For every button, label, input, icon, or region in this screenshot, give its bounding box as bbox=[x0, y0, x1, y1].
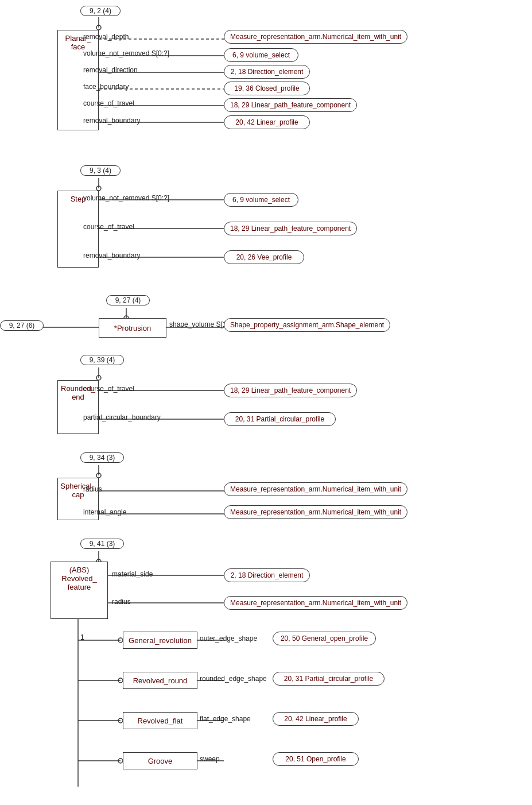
attr-outer-edge-shape: outer_edge_shape bbox=[200, 634, 257, 643]
attr-face-boundary: face_boundary bbox=[83, 83, 129, 91]
revolved-round-label: Revolved_round bbox=[133, 676, 188, 685]
revolved-feature-box: (ABS) Revolved_feature bbox=[51, 562, 108, 619]
svg-point-1 bbox=[96, 25, 101, 30]
attr-removal-boundary-2: removal_boundary bbox=[83, 251, 140, 260]
target-partial-circular-profile-1: 20, 31 Partial_circular_profile bbox=[224, 412, 336, 426]
revolved-feature-label: (ABS) Revolved_feature bbox=[55, 566, 104, 591]
target-partial-circular-profile-2: 20, 31 Partial_circular_profile bbox=[273, 672, 385, 686]
groove-label: Groove bbox=[148, 757, 173, 765]
attr-course-of-travel-1: course_of_travel bbox=[83, 99, 134, 107]
attr-course-of-travel-3: course_of_travel bbox=[83, 385, 134, 393]
svg-point-11 bbox=[96, 186, 101, 191]
target-vee-profile: 20, 26 Vee_profile bbox=[224, 250, 304, 264]
attr-volume-not-removed-2: volume_not_removed S[0:?] bbox=[83, 194, 169, 202]
attr-removal-boundary-1: removal_boundary bbox=[83, 117, 140, 125]
target-volume-select-2: 6, 9 volume_select bbox=[224, 193, 298, 207]
attr-material-side: material_side bbox=[112, 570, 153, 578]
target-linear-profile-1: 20, 42 Linear_profile bbox=[224, 115, 310, 129]
target-volume-select-1: 6, 9 volume_select bbox=[224, 48, 298, 62]
protrusion-box: *Protrusion bbox=[99, 318, 166, 338]
attr-radius-1: radius bbox=[83, 485, 102, 493]
target-linear-profile-2: 20, 42 Linear_profile bbox=[273, 712, 359, 726]
attr-rounded-edge-shape: rounded_edge_shape bbox=[200, 675, 267, 683]
attr-removal-direction-1: removal_direction bbox=[83, 66, 138, 74]
target-shape-element: Shape_property_assignment_arm.Shape_elem… bbox=[224, 318, 390, 332]
target-numerical-2: Measure_representation_arm.Numerical_ite… bbox=[224, 482, 407, 496]
rounded-end-badge: 9, 39 (4) bbox=[80, 355, 124, 365]
svg-point-26 bbox=[96, 473, 101, 478]
target-direction-1: 2, 18 Direction_element bbox=[224, 65, 310, 79]
target-linear-path-3: 18, 29 Linear_path_feature_component bbox=[224, 384, 357, 397]
attr-partial-circular-boundary: partial_circular_boundary bbox=[83, 413, 161, 421]
revolved-flat-box: Revolved_flat bbox=[123, 712, 197, 729]
groove-box: Groove bbox=[123, 752, 197, 769]
diagram: 9, 2 (4) Planar_face removal_depth Measu… bbox=[0, 0, 532, 805]
target-general-open-profile: 20, 50 General_open_profile bbox=[273, 632, 376, 645]
planar-face-badge: 9, 2 (4) bbox=[80, 6, 121, 16]
protrusion-badge-top: 9, 27 (4) bbox=[106, 295, 150, 305]
svg-point-40 bbox=[118, 678, 123, 683]
target-closed-profile: 19, 36 Closed_profile bbox=[224, 82, 310, 95]
attr-volume-not-removed-1: volume_not_removed S[0:?] bbox=[83, 49, 169, 57]
attr-course-of-travel-2: course_of_travel bbox=[83, 223, 134, 231]
svg-point-46 bbox=[118, 758, 123, 763]
protrusion-badge-left: 9, 27 (6) bbox=[0, 320, 44, 331]
svg-point-21 bbox=[96, 376, 101, 380]
step-badge: 9, 3 (4) bbox=[80, 165, 121, 176]
revolved-round-box: Revolved_round bbox=[123, 672, 197, 689]
target-linear-path-2: 18, 29 Linear_path_feature_component bbox=[224, 222, 357, 235]
planar-face-box: Planar_face bbox=[57, 30, 99, 130]
spherical-cap-badge: 9, 34 (3) bbox=[80, 452, 124, 463]
target-direction-2: 2, 18 Direction_element bbox=[224, 568, 310, 582]
revolved-flat-label: Revolved_flat bbox=[138, 717, 183, 725]
general-revolution-box: General_revolution bbox=[123, 632, 197, 649]
attr-internal-angle: internal_angle bbox=[83, 508, 126, 516]
general-revolution-label: General_revolution bbox=[129, 636, 192, 645]
svg-point-37 bbox=[118, 638, 123, 643]
child-1-number: 1 bbox=[80, 633, 84, 641]
revolved-feature-badge: 9, 41 (3) bbox=[80, 539, 124, 549]
attr-removal-depth: removal_depth bbox=[83, 33, 129, 41]
attr-sweep: sweep bbox=[200, 755, 220, 763]
target-open-profile: 20, 51 Open_profile bbox=[273, 752, 359, 766]
target-linear-path-1: 18, 29 Linear_path_feature_component bbox=[224, 98, 357, 112]
target-numerical-3: Measure_representation_arm.Numerical_ite… bbox=[224, 505, 407, 519]
target-numerical-4: Measure_representation_arm.Numerical_ite… bbox=[224, 596, 407, 610]
attr-flat-edge-shape: flat_edge_shape bbox=[200, 715, 251, 723]
target-numerical-1: Measure_representation_arm.Numerical_ite… bbox=[224, 30, 407, 44]
protrusion-label: *Protrusion bbox=[114, 324, 151, 332]
attr-radius-2: radius bbox=[112, 598, 131, 606]
svg-point-43 bbox=[118, 718, 123, 723]
